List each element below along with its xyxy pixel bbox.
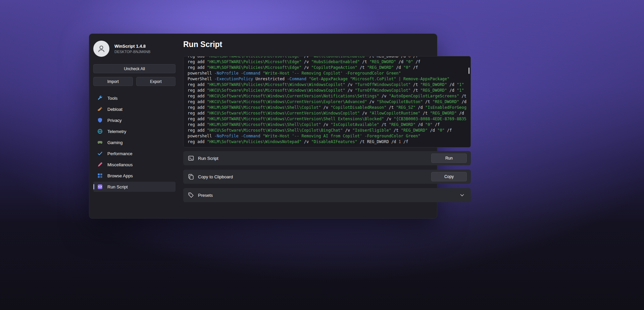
app-title: WinScript 1.4.8: [114, 44, 150, 49]
sidebar-item-telemetry[interactable]: Telemetry: [93, 126, 176, 136]
copy-clipboard-label: Copy to Clipboard: [198, 174, 233, 179]
code-line: reg add "HKLM\SOFTWARE\Microsoft\Windows…: [188, 105, 466, 110]
sidebar-item-label: Privacy: [107, 118, 122, 123]
uncheck-all-button[interactable]: Uncheck All: [93, 64, 176, 73]
sidebar-item-tools[interactable]: Tools: [93, 93, 176, 103]
copy-clipboard-row: Copy to Clipboard Copy: [183, 170, 471, 184]
script-code: reg add "HKLM\SOFTWARE\Policies\Microsof…: [188, 56, 466, 145]
code-line: reg add "HKLM\SOFTWARE\Microsoft\Windows…: [188, 122, 466, 128]
page-title: Run Script: [183, 39, 471, 49]
code-line: reg add "HKCU\Software\Microsoft\Windows…: [188, 99, 466, 105]
sidebar-item-label: Miscellanous: [107, 162, 133, 167]
sidebar-item-label: Gaming: [107, 140, 123, 145]
run-script-row: Run Script Run: [183, 151, 471, 165]
sidebar-item-label: Debloat: [107, 107, 122, 112]
chevron-down-icon[interactable]: [459, 192, 465, 198]
sidebar-item-label: Performance: [107, 151, 132, 156]
sidebar: WinScript 1.4.8 DESKTOP-BNJM6NB Uncheck …: [89, 34, 180, 218]
export-button[interactable]: Export: [136, 77, 176, 86]
sidebar-item-miscellanous[interactable]: Miscellanous: [93, 160, 176, 170]
run-button[interactable]: Run: [431, 153, 467, 163]
sidebar-item-label: Tools: [107, 96, 117, 101]
code-line: reg add "HKLM\SOFTWARE\Policies\Microsof…: [188, 65, 466, 71]
profile-text: WinScript 1.4.8 DESKTOP-BNJM6NB: [114, 44, 150, 54]
code-line: reg add "HKCU\Software\Microsoft\Windows…: [188, 110, 466, 116]
script-editor[interactable]: reg add "HKLM\SOFTWARE\Policies\Microsof…: [183, 56, 471, 147]
gamepad-icon: [97, 140, 103, 145]
wrench-icon: [97, 95, 103, 101]
person-icon: [96, 44, 106, 54]
presets-label: Presets: [198, 193, 213, 198]
code-line: reg add "HKLM\SOFTWARE\Policies\Microsof…: [188, 56, 466, 59]
sidebar-item-label: Run Script: [107, 184, 128, 189]
globe-icon: [97, 129, 103, 134]
sidebar-item-browse-apps[interactable]: Browse Apps: [93, 171, 176, 181]
code-line: reg add "HKLM\SOFTWARE\Policies\Microsof…: [188, 82, 466, 88]
code-line: powershell -NoProfile -Command "Write-Ho…: [188, 71, 466, 76]
import-button[interactable]: Import: [93, 77, 133, 86]
sidebar-item-label: Telemetry: [107, 129, 126, 134]
sidebar-item-privacy[interactable]: Privacy: [93, 115, 176, 125]
sidebar-item-run-script[interactable]: Run Script: [93, 182, 176, 192]
sidebar-item-debloat[interactable]: Debloat: [93, 104, 176, 114]
code-line: reg add "HKCU\Software\Microsoft\Windows…: [188, 93, 466, 99]
code-line: powershell -NoProfile -Command "Write-Ho…: [188, 133, 466, 139]
code-line: reg add "HKLM\Software\Policies\WindowsN…: [188, 139, 466, 145]
main-content: Run Script reg add "HKLM\SOFTWARE\Polici…: [180, 34, 474, 218]
copy-icon: [188, 174, 194, 180]
import-export-row: Import Export: [93, 77, 176, 86]
shield-icon: [97, 118, 103, 123]
run-script-label: Run Script: [198, 156, 218, 161]
presets-row[interactable]: Presets: [183, 188, 471, 202]
pen-icon: [97, 162, 103, 167]
avatar: [93, 41, 109, 57]
apps-icon: [97, 173, 103, 178]
broom-icon: [97, 106, 103, 112]
run-script-icon: [188, 155, 194, 161]
checkmark-icon: [97, 151, 103, 156]
code-line: reg add "HKLM\SOFTWARE\Microsoft\Windows…: [188, 116, 466, 122]
copy-button[interactable]: Copy: [431, 172, 467, 181]
device-name: DESKTOP-BNJM6NB: [114, 50, 150, 54]
winscript-window: WinScript 1.4.8 DESKTOP-BNJM6NB Uncheck …: [89, 34, 437, 219]
code-scrollbar[interactable]: [468, 68, 469, 74]
sidebar-item-label: Browse Apps: [107, 173, 133, 178]
sidebar-item-performance[interactable]: Performance: [93, 148, 176, 159]
sidebar-item-gaming[interactable]: Gaming: [93, 137, 176, 147]
code-line: reg add "HKLM\SOFTWARE\Policies\Microsof…: [188, 59, 466, 65]
code-line: PowerShell -ExecutionPolicy Unrestricted…: [188, 76, 466, 82]
code-icon: [97, 184, 103, 189]
code-line: reg add "HKCU\Software\Microsoft\Windows…: [188, 128, 466, 133]
code-line: reg add "HKCU\Software\Policies\Microsof…: [188, 88, 466, 93]
tag-icon: [188, 192, 194, 198]
profile: WinScript 1.4.8 DESKTOP-BNJM6NB: [93, 34, 176, 57]
sidebar-nav: ToolsDebloatPrivacyTelemetryGamingPerfor…: [93, 93, 176, 192]
